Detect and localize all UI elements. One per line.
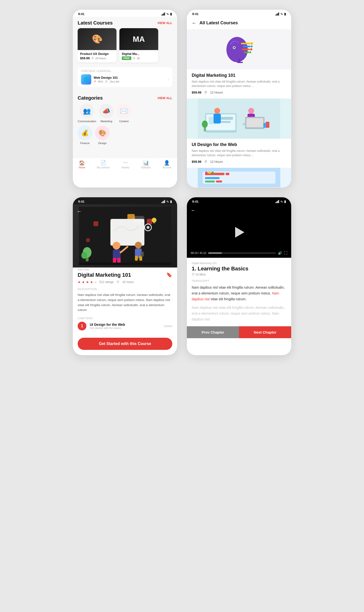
course-ux-price: $59.99: [80, 56, 90, 60]
nav-account[interactable]: 👤 Account: [163, 160, 171, 169]
course-author: John Doe: [78, 268, 172, 271]
course-code-image: [187, 168, 291, 187]
course-ux-body: Product UX Design $59.99 ⏱ 29 Hours: [78, 50, 117, 62]
all-courses-title: All Latest Courses: [199, 20, 238, 26]
svg-rect-50: [133, 216, 144, 223]
clock-dm-icon: ⏱: [204, 91, 207, 94]
category-design[interactable]: 🎨 Design: [95, 125, 110, 145]
nav-my-lessons[interactable]: 📄 My Lessons: [97, 160, 110, 169]
nav-statistics[interactable]: 📊 Statistics: [141, 160, 151, 169]
svg-rect-61: [141, 252, 144, 257]
cat-design-icon: 🎨: [95, 125, 110, 140]
status-icons2: ∿ ▮: [275, 12, 286, 16]
video-back-arrow[interactable]: ←: [191, 207, 287, 214]
categories-row: 👥 Communication 📣 Marketing ✉️ Content: [78, 104, 172, 123]
course-uid-desc: Nam dapibus nisl vitae elit fringilla ru…: [192, 149, 286, 157]
svg-point-7: [250, 48, 253, 51]
latest-courses-title: Latest Courses: [78, 20, 113, 26]
latest-courses-header: Latest Courses VIEW ALL: [78, 17, 172, 28]
status-bar-courses: 9:41 ∿ ▮: [187, 10, 291, 17]
nav-home[interactable]: 🏠 Home: [79, 160, 85, 169]
volume-icon[interactable]: 🔊: [278, 251, 282, 255]
svg-rect-49: [153, 222, 155, 223]
course-hero: ←: [73, 204, 177, 267]
course-detail-title: Digital Marketing 101: [78, 272, 166, 278]
svg-rect-27: [246, 118, 263, 127]
get-started-button[interactable]: Get Started with this Course: [78, 338, 172, 350]
chapter-sub-1: Get started with the basics: [90, 327, 160, 329]
course-uid-meta: $59.99 ⏱ 12 Hours: [192, 160, 286, 164]
category-finance[interactable]: 💰 Finance: [78, 125, 92, 145]
svg-rect-59: [135, 256, 138, 261]
bookmark-icon[interactable]: 🔖: [166, 272, 172, 278]
screen-all-courses: 9:41 ∿ ▮ ← All Latest Courses: [187, 10, 291, 188]
prev-chapter-button[interactable]: Prev Chapter: [187, 326, 239, 338]
svg-point-19: [214, 108, 220, 114]
course-desk-image: [187, 99, 291, 139]
video-progress-bar[interactable]: [208, 253, 276, 253]
categories-title: Categories: [78, 95, 103, 101]
status-bar-home: 9:41 ∿ ▮: [73, 10, 177, 17]
cat-marketing-icon: 📣: [99, 104, 114, 118]
hero-back-arrow[interactable]: ←: [77, 208, 82, 215]
wifi-icon2: ∿: [280, 12, 283, 16]
screen-home: 9:41 ∿ ▮ Latest Courses VIEW ALL 🎨: [73, 10, 177, 188]
latest-courses-viewall[interactable]: VIEW ALL: [157, 21, 172, 25]
course-ux-image: 🎨: [78, 28, 117, 50]
fullscreen-icon[interactable]: ⛶: [284, 251, 287, 255]
star1: ★: [78, 280, 81, 284]
svg-rect-44: [86, 238, 90, 242]
status-icons: ∿ ▮: [161, 12, 172, 16]
svg-point-22: [202, 121, 208, 128]
time3: 9:41: [78, 200, 84, 203]
chapter-name-1: UI Design for the Web: [90, 323, 160, 327]
category-content[interactable]: ✉️ Content: [117, 104, 131, 123]
course-item-ui-design[interactable]: UI Design for the Web Nam dapibus nisl v…: [187, 99, 291, 167]
svg-rect-9: [239, 58, 240, 62]
play-button[interactable]: [191, 214, 287, 251]
course-item-3[interactable]: [187, 168, 291, 187]
svg-point-64: [81, 252, 87, 259]
signal-icon2: [275, 12, 279, 15]
stars-row: ★ ★ ★ ★ ★ 512 ratings ⏱ 42 hours: [78, 280, 172, 284]
course-card-ux[interactable]: 🎨 Product UX Design $59.99 ⏱ 29 Hours: [78, 28, 117, 62]
nav-activity[interactable]: 〰 Activity: [122, 160, 129, 169]
svg-point-48: [152, 218, 156, 223]
battery-icon4: ▮: [284, 200, 286, 203]
categories-viewall[interactable]: VIEW ALL: [157, 96, 172, 100]
video-progress-fill: [208, 253, 222, 253]
svg-point-12: [234, 47, 235, 48]
play-icon: [235, 227, 244, 238]
nav-activity-label: Activity: [122, 166, 129, 169]
continue-item[interactable]: 🌐 Web Design 101 ↺ 90% ⏱ 2hrs left ›: [81, 74, 169, 84]
chapter-item-1[interactable]: 1 UI Design for the Web Get started with…: [78, 322, 172, 330]
svg-rect-33: [226, 173, 229, 175]
nav-account-label: Account: [163, 166, 171, 169]
battery-icon3: ▮: [170, 200, 172, 203]
course-ux-duration: 29 Hours: [95, 57, 106, 60]
category-marketing[interactable]: 📣 Marketing: [99, 104, 114, 123]
svg-point-52: [113, 242, 120, 250]
course-digital-marketing-body: Digital Marketing 101 Nam dapibus nisl v…: [187, 70, 291, 98]
svg-rect-29: [263, 123, 266, 128]
course-brain-image: [187, 29, 291, 70]
course-item-digital-marketing[interactable]: Digital Marketing 101 Nam dapibus nisl v…: [187, 29, 291, 98]
chapter-nav: Prev Chapter Next Chapter: [187, 326, 291, 338]
wifi-icon: ∿: [166, 12, 169, 16]
continue-meta: ↺ 90% ⏱ 2hrs left: [94, 80, 165, 83]
back-arrow[interactable]: ←: [192, 20, 196, 26]
screen-video-player: 9:41 ∿ ▮ ← 00:14 / 41:12 🔊 ⛶: [187, 197, 291, 355]
chevron-right-icon: ›: [168, 77, 169, 82]
course-card-marketing[interactable]: MA Digital Ma... FREE ⏱ 25: [119, 28, 158, 62]
transcript-text-1: Nam dapibus nisl vitae elit fringilla ru…: [192, 285, 286, 302]
transcript-text-2: Nam dapibus nisl vitae elit fringilla ru…: [192, 305, 286, 322]
svg-rect-37: [205, 177, 220, 179]
course-ux-name: Product UX Design: [80, 52, 114, 56]
screen-course-detail: 9:41 ∿ ▮ ←: [73, 197, 177, 355]
svg-rect-28: [266, 122, 269, 128]
lesson-title-text: Learning the Basics: [197, 265, 248, 272]
category-communication[interactable]: 👥 Communication: [78, 104, 96, 123]
course-marketing-image: MA: [119, 28, 158, 50]
svg-rect-3: [242, 49, 251, 50]
next-chapter-button[interactable]: Next Chapter: [239, 326, 291, 338]
